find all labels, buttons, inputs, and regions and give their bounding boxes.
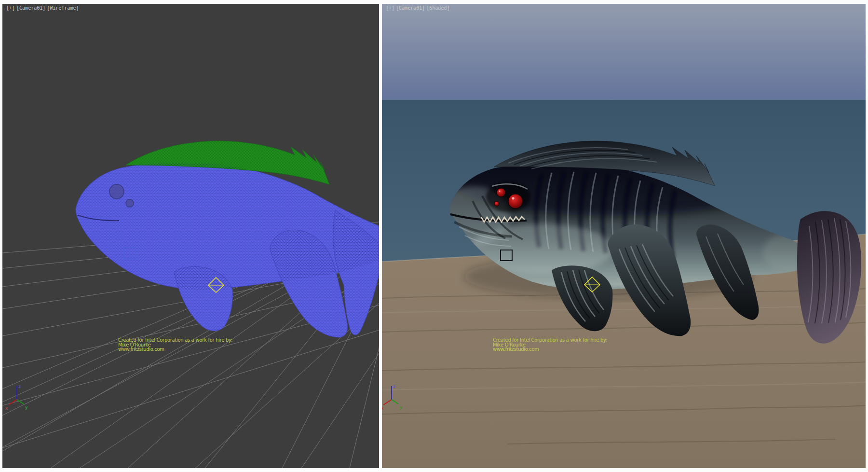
application-window: [+] [Camera01] [Wireframe] [0, 0, 868, 472]
axis-z-label: z [18, 384, 21, 389]
credit-line-3: www.fritzstudio.com [493, 347, 607, 352]
viewport-label: [+] [Camera01] [Wireframe] [6, 5, 79, 11]
fish-eye [109, 184, 124, 199]
axis-z-label: z [393, 384, 395, 389]
axis-x-label: x [382, 406, 384, 411]
viewport-menu-general[interactable]: [+] [6, 5, 15, 11]
viewport-shaded[interactable]: [+] [Camera01] [Shaded] [382, 4, 866, 468]
axis-x-label: x [5, 406, 8, 411]
viewport-menu-shading[interactable]: [Wireframe] [47, 5, 79, 11]
viewport-label: [+] [Camera01] [Shaded] [386, 5, 449, 11]
shaded-canvas[interactable]: z x y [382, 4, 866, 468]
credit-text: Created for Intel Corporation as a work … [493, 338, 607, 352]
sky [382, 4, 866, 100]
fish-model-wireframe[interactable] [76, 141, 379, 337]
credit-text: Created for Intel Corporation as a work … [118, 338, 232, 352]
viewport-wireframe[interactable]: [+] [Camera01] [Wireframe] [2, 4, 379, 468]
fish-eye-small [126, 199, 134, 207]
world-axis-tripod: z x y [5, 384, 28, 411]
viewport-menu-shading[interactable]: [Shaded] [426, 5, 449, 11]
axis-y-label: y [400, 405, 403, 410]
credit-line-3: www.fritzstudio.com [118, 347, 232, 352]
viewport-menu-pov[interactable]: [Camera01] [16, 5, 45, 11]
viewport-menu-pov[interactable]: [Camera01] [396, 5, 425, 11]
viewport-menu-general[interactable]: [+] [386, 5, 394, 11]
axis-y-label: y [25, 405, 28, 410]
wireframe-canvas[interactable]: z x y [2, 4, 379, 468]
